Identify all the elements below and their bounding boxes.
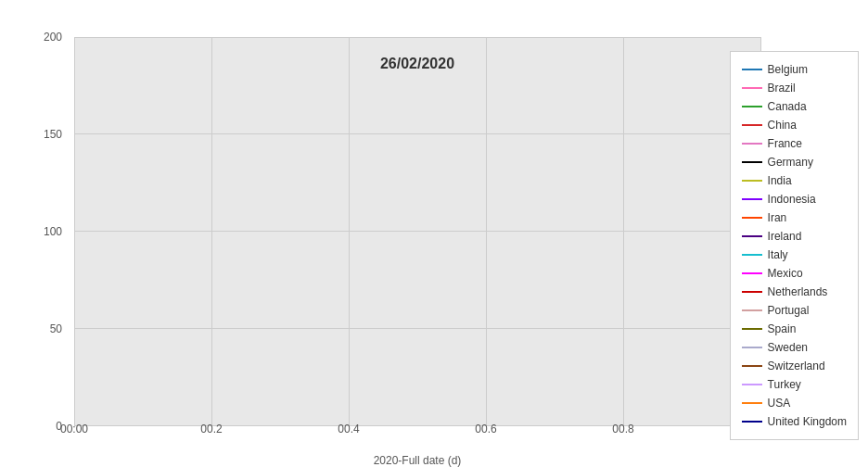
legend-item-sweden: Sweden <box>742 339 847 356</box>
legend-item-france: France <box>742 135 847 152</box>
legend-line-uk <box>742 421 762 423</box>
legend-label-spain: Spain <box>768 322 797 335</box>
legend-line-indonesia <box>742 198 762 200</box>
x-label-80: 00.8 <box>612 423 633 435</box>
legend-item-uk: United Kingdom <box>742 413 847 430</box>
legend-line-ireland <box>742 235 762 237</box>
legend-item-italy: Italy <box>742 246 847 263</box>
legend-line-usa <box>742 402 762 404</box>
legend-label-netherlands: Netherlands <box>768 285 828 298</box>
x-axis: 00:00 00.2 00.4 00.6 00.8 1.0 <box>74 423 760 441</box>
grid-h-75 <box>74 133 760 134</box>
grid-v-80 <box>623 37 624 426</box>
legend-label-ireland: Ireland <box>768 230 802 243</box>
legend-line-france <box>742 143 762 145</box>
legend-label-brazil: Brazil <box>768 82 796 95</box>
legend-line-spain <box>742 328 762 330</box>
legend-label-usa: USA <box>768 397 791 410</box>
legend-item-iran: Iran <box>742 209 847 226</box>
legend-line-turkey <box>742 384 762 385</box>
x-bottom-label: 2020-Full date (d) <box>74 454 760 467</box>
legend-line-china <box>742 124 762 126</box>
grid-h-100 <box>74 37 760 38</box>
chart-area: 26/02/2020 <box>74 37 760 426</box>
legend-label-switzerland: Switzerland <box>768 360 825 372</box>
legend-label-turkey: Turkey <box>768 378 801 391</box>
grid-h-50 <box>74 231 760 232</box>
y-axis: 0 50 100 150 200 <box>0 37 70 426</box>
grid-v-20 <box>211 37 212 426</box>
grid-v-60 <box>486 37 487 426</box>
y-label-50: 50 <box>50 322 62 335</box>
legend-item-portugal: Portugal <box>742 302 847 319</box>
grid-v-40 <box>349 37 350 426</box>
legend-line-italy <box>742 254 762 256</box>
legend-label-sweden: Sweden <box>768 341 808 354</box>
legend-item-germany: Germany <box>742 154 847 170</box>
legend-item-usa: USA <box>742 395 847 411</box>
grid-h-25 <box>74 328 760 329</box>
legend-item-belgium: Belgium <box>742 61 847 78</box>
legend-line-brazil <box>742 87 762 89</box>
legend-label-iran: Iran <box>768 211 787 224</box>
chart-inner: 26/02/2020 <box>74 37 760 426</box>
legend-label-canada: Canada <box>768 100 807 113</box>
legend-line-belgium <box>742 69 762 70</box>
legend-line-canada <box>742 106 762 107</box>
legend-label-germany: Germany <box>768 156 813 169</box>
chart-container: 0 50 100 150 200 26/02/2020 00:00 00.2 <box>0 0 868 467</box>
date-label: 26/02/2020 <box>380 56 454 72</box>
legend-item-netherlands: Netherlands <box>742 284 847 300</box>
x-label-40: 00.4 <box>338 423 359 435</box>
y-label-150: 150 <box>44 128 62 141</box>
legend-line-mexico <box>742 272 762 274</box>
legend-label-france: France <box>768 137 802 150</box>
legend-item-turkey: Turkey <box>742 376 847 393</box>
legend: Belgium Brazil Canada China France Germa… <box>730 51 859 440</box>
legend-label-uk: United Kingdom <box>768 415 847 428</box>
legend-label-belgium: Belgium <box>768 63 808 76</box>
legend-item-canada: Canada <box>742 98 847 115</box>
legend-item-china: China <box>742 117 847 133</box>
y-label-200: 200 <box>44 31 62 44</box>
legend-line-sweden <box>742 347 762 348</box>
legend-item-brazil: Brazil <box>742 80 847 96</box>
x-label-0: 00:00 <box>60 423 88 435</box>
x-label-20: 00.2 <box>200 423 222 435</box>
legend-item-ireland: Ireland <box>742 228 847 245</box>
x-label-60: 00.6 <box>475 423 496 435</box>
legend-item-india: India <box>742 172 847 189</box>
legend-label-china: China <box>768 119 797 132</box>
legend-line-netherlands <box>742 291 762 293</box>
legend-label-indonesia: Indonesia <box>768 193 816 206</box>
y-label-100: 100 <box>44 225 62 238</box>
grid-v-0 <box>74 37 75 426</box>
legend-line-portugal <box>742 309 762 311</box>
legend-item-switzerland: Switzerland <box>742 358 847 374</box>
legend-line-iran <box>742 217 762 219</box>
legend-line-germany <box>742 161 762 163</box>
legend-item-mexico: Mexico <box>742 265 847 282</box>
legend-label-mexico: Mexico <box>768 267 803 280</box>
legend-line-india <box>742 180 762 182</box>
legend-label-italy: Italy <box>768 248 788 261</box>
legend-label-india: India <box>768 174 792 187</box>
legend-item-indonesia: Indonesia <box>742 191 847 208</box>
legend-line-switzerland <box>742 365 762 367</box>
legend-label-portugal: Portugal <box>768 304 810 317</box>
legend-item-spain: Spain <box>742 321 847 337</box>
